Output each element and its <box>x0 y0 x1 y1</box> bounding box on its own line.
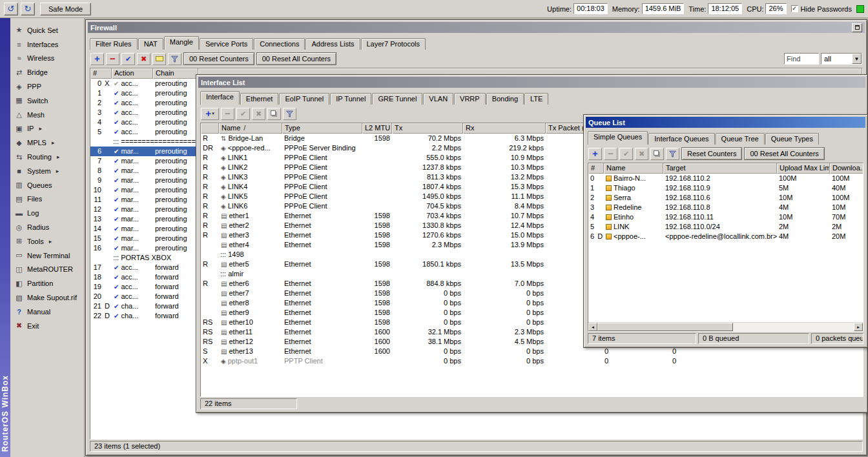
scrollbar-thumb[interactable] <box>597 323 733 331</box>
remove-queue-button[interactable]: − <box>604 148 617 160</box>
scrollbar-track[interactable] <box>733 323 854 331</box>
column-header-downloa[interactable]: Downloa... <box>830 163 863 174</box>
filter-button[interactable] <box>168 53 181 65</box>
disable-interface-button[interactable]: ✖ <box>252 108 265 120</box>
interface-tab-eoip-tunnel[interactable]: EoIP Tunnel <box>279 93 329 105</box>
column-header-type[interactable]: Type <box>282 123 362 134</box>
queue-row[interactable]: 6D<pppoe-...<pppoe-redeline@locallink.co… <box>588 232 863 241</box>
disable-queue-button[interactable]: ✖ <box>635 148 648 160</box>
sidebar-item-switch[interactable]: ▦Switch <box>10 94 84 108</box>
interface-row[interactable]: X◈pptp-out1PPTP Client0 bps0 bps00 <box>201 356 863 366</box>
sidebar-item-mesh[interactable]: △Mesh <box>10 108 84 122</box>
firewall-tab-connections[interactable]: Connections <box>254 38 305 50</box>
interface-list-titlebar[interactable]: Interface List <box>198 77 865 88</box>
queue-row[interactable]: 0Bairro-N...192.168.110.2100M100M <box>588 174 863 183</box>
sidebar-item-routing[interactable]: ⇆Routing▸ <box>10 150 84 164</box>
sidebar-item-ppp[interactable]: ◈PPP <box>10 79 84 94</box>
chain-filter-dropdown[interactable]: all ▼ <box>821 53 862 65</box>
sidebar-item-radius[interactable]: ◎Radius <box>10 220 84 234</box>
sidebar-item-metarouter[interactable]: ◫MetaROUTER <box>10 263 84 277</box>
hide-passwords-checkbox[interactable]: ✓ Hide Passwords <box>791 5 852 13</box>
sidebar-item-exit[interactable]: ✖Exit <box>10 319 84 333</box>
column-header-tx[interactable]: Tx <box>392 123 463 134</box>
firewall-tab-filter-rules[interactable]: Filter Rules <box>90 38 138 50</box>
column-header-blank[interactable]: # <box>90 68 112 79</box>
comment-interface-button[interactable] <box>267 108 281 120</box>
sidebar-item-new-terminal[interactable]: ▭New Terminal <box>10 249 84 263</box>
sidebar-item-log[interactable]: ▬Log <box>10 206 84 220</box>
sidebar-item-interfaces[interactable]: ≡Interfaces <box>10 37 84 52</box>
interface-tab-gre-tunnel[interactable]: GRE Tunnel <box>372 93 422 105</box>
firewall-tab-mangle[interactable]: Mangle <box>164 36 199 50</box>
interface-tab-vlan[interactable]: VLAN <box>423 93 453 105</box>
filter-interfaces-button[interactable] <box>283 108 296 120</box>
redo-button[interactable]: ↻ <box>21 3 35 15</box>
queue-tab-interface-queues[interactable]: Interface Queues <box>648 133 714 145</box>
queue-reset-all-counters-button[interactable]: 00 Reset All Counters <box>744 147 824 160</box>
restore-button[interactable] <box>852 23 862 32</box>
sidebar-item-tools[interactable]: ⊞Tools▸ <box>10 234 84 249</box>
queue-row[interactable]: 1Thiago192.168.110.95M40M <box>588 183 863 193</box>
firewall-tab-service-ports[interactable]: Service Ports <box>200 38 253 50</box>
enable-rule-button[interactable]: ✔ <box>121 53 135 65</box>
undo-button[interactable]: ↺ <box>4 3 18 15</box>
comment-button[interactable] <box>152 53 166 65</box>
filter-queues-button[interactable] <box>666 148 679 160</box>
column-header-chain[interactable]: Chain <box>153 68 198 79</box>
queue-row[interactable]: 2Serra192.168.110.610M100M <box>588 193 863 203</box>
sidebar-item-system[interactable]: ■System▸ <box>10 164 84 178</box>
column-header-blank[interactable] <box>201 123 219 134</box>
find-input[interactable] <box>784 53 819 65</box>
queue-reset-counters-button[interactable]: Reset Counters <box>681 147 742 160</box>
reset-all-counters-button[interactable]: 00 Reset All Counters <box>256 52 336 65</box>
firewall-tab-address-lists[interactable]: Address Lists <box>305 38 360 50</box>
reset-counters-button[interactable]: 00 Reset Counters <box>183 52 254 65</box>
sidebar-item-queues[interactable]: ▥Queues <box>10 178 84 192</box>
sidebar-item-ip[interactable]: ▣IP▸ <box>10 122 84 136</box>
sidebar-item-partition[interactable]: ◧Partition <box>10 276 84 290</box>
interface-row[interactable]: S▤ether13Ethernet16000 bps0 bps00 <box>201 347 863 356</box>
remove-interface-button[interactable]: − <box>221 108 234 120</box>
comment-queue-button[interactable] <box>650 148 664 160</box>
sidebar-item-bridge[interactable]: ⇄Bridge <box>10 65 84 79</box>
interface-tab-bonding[interactable]: Bonding <box>486 93 524 105</box>
column-header-name[interactable]: Name <box>604 163 663 174</box>
sidebar-item-manual[interactable]: ?Manual <box>10 305 84 319</box>
column-header-rx[interactable]: Rx <box>463 123 546 134</box>
disable-rule-button[interactable]: ✖ <box>137 53 150 65</box>
firewall-titlebar[interactable]: Firewall <box>88 22 865 33</box>
interface-tab-lte[interactable]: LTE <box>524 93 548 105</box>
scroll-right-button[interactable]: ▸ <box>854 323 863 331</box>
interface-tab-ip-tunnel[interactable]: IP Tunnel <box>330 93 371 105</box>
sidebar-item-mpls[interactable]: ◆MPLS▸ <box>10 136 84 150</box>
sidebar-item-wireless[interactable]: ≈Wireless <box>10 52 84 66</box>
interface-tab-vrrp[interactable]: VRRP <box>454 93 486 105</box>
firewall-tab-nat[interactable]: NAT <box>138 38 163 50</box>
add-interface-button[interactable]: +▾ <box>201 108 219 120</box>
column-header-action[interactable]: Action <box>112 68 153 79</box>
queue-row[interactable]: 4Etinho192.168.110.1110M70M <box>588 212 863 222</box>
interface-tab-interface[interactable]: Interface <box>200 91 240 105</box>
remove-rule-button[interactable]: − <box>106 53 119 65</box>
enable-queue-button[interactable]: ✔ <box>619 148 633 160</box>
enable-interface-button[interactable]: ✔ <box>236 108 250 120</box>
queue-row[interactable]: 5LINK192.168.110.0/242M2M <box>588 222 863 232</box>
add-queue-button[interactable]: + <box>588 148 602 160</box>
queue-tab-queue-tree[interactable]: Queue Tree <box>716 133 765 145</box>
queue-row[interactable]: 3Redeline192.168.110.84M10M <box>588 203 863 212</box>
column-header-name[interactable]: Name/ <box>219 123 282 134</box>
column-header-blank[interactable]: # <box>588 163 604 174</box>
add-rule-button[interactable]: + <box>90 53 104 65</box>
scroll-left-button[interactable]: ◂ <box>588 323 597 331</box>
sidebar-item-make-supout-rif[interactable]: ▧Make Supout.rif <box>10 290 84 305</box>
safe-mode-button[interactable]: Safe Mode <box>40 3 91 15</box>
sidebar-item-files[interactable]: ▤Files <box>10 192 84 207</box>
column-header-target[interactable]: Target <box>663 163 777 174</box>
firewall-tab-layer7-protocols[interactable]: Layer7 Protocols <box>361 38 426 50</box>
queue-list-titlebar[interactable]: Queue List <box>586 117 865 128</box>
queue-tab-queue-types[interactable]: Queue Types <box>765 133 819 145</box>
sidebar-item-quick-set[interactable]: ★Quick Set <box>10 23 84 37</box>
queue-horizontal-scrollbar[interactable]: ◂ ▸ <box>588 322 863 331</box>
interface-tab-ethernet[interactable]: Ethernet <box>240 93 279 105</box>
column-header-upload-max-limit[interactable]: Upload Max Limit <box>777 163 830 174</box>
